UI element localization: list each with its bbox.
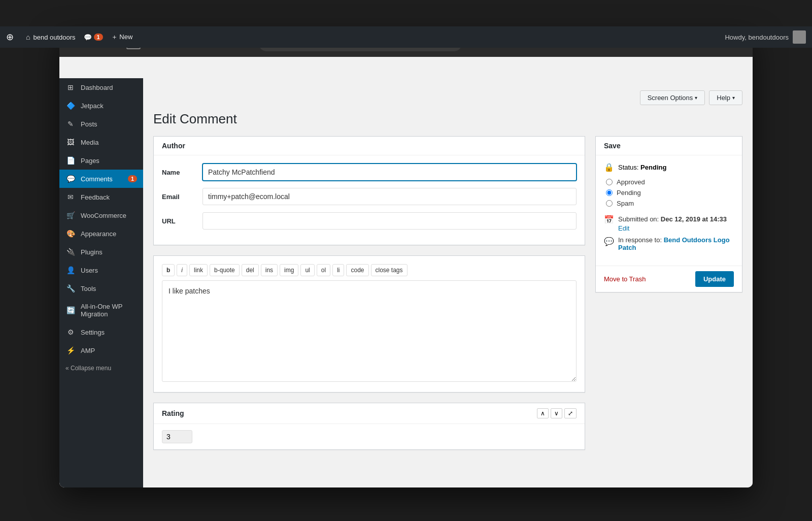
help-button[interactable]: Help ▾ [709,90,742,105]
comments-sidebar-badge: 1 [128,175,137,182]
migration-icon: 🔄 [65,306,76,314]
screen-options-chevron-icon: ▾ [695,95,697,101]
li-button[interactable]: li [332,264,344,276]
edit-date-link[interactable]: Edit [618,224,629,232]
pending-label: Pending [617,189,641,197]
comment-editor-box: b i link b-quote del ins img ul ol [153,255,585,393]
sidebar-item-settings[interactable]: ⚙ Settings [59,323,143,341]
spam-radio[interactable] [606,200,613,207]
move-to-trash-link[interactable]: Move to Trash [604,275,646,283]
sidebar-item-appearance[interactable]: 🎨 Appearance [59,224,143,243]
close-tags-button[interactable]: close tags [371,264,408,276]
sidebar-item-amp[interactable]: ⚡ AMP [59,341,143,360]
rating-down-button[interactable]: ∨ [551,408,562,418]
woocommerce-icon: 🛒 [65,211,76,219]
update-button[interactable]: Update [695,271,734,287]
rating-up-button[interactable]: ∧ [537,408,549,418]
plugins-icon: 🔌 [65,248,76,256]
approved-label: Approved [617,178,645,186]
sidebar-item-label: Settings [81,329,105,336]
pending-radio[interactable] [606,189,613,196]
sidebar-item-label: Posts [81,120,97,128]
url-input[interactable] [202,212,577,230]
status-value: Pending [640,164,666,171]
ol-button[interactable]: ol [317,264,330,276]
sidebar-item-label: Comments [81,175,113,183]
sidebar-item-allinone[interactable]: 🔄 All-in-One WP Migration [59,298,143,323]
link-button[interactable]: link [189,264,208,276]
sidebar-item-tools[interactable]: 🔧 Tools [59,279,143,298]
save-box-body: 🔒 Status: Pending [596,155,742,266]
side-column: Save 🔒 Status: Pending [595,136,742,450]
sidebar-item-jetpack[interactable]: 🔷 Jetpack [59,96,143,115]
sidebar-item-posts[interactable]: ✎ Posts [59,115,143,133]
comments-icon: 💬 [65,175,76,183]
comment-textarea[interactable]: I like patches [162,280,577,382]
response-info: In response to: Bend Outdoors Logo Patch [618,236,734,251]
email-input[interactable] [202,188,577,205]
author-box-header: Author [154,137,585,155]
sidebar-item-dashboard[interactable]: ⊞ Dashboard [59,78,143,96]
sidebar-item-label: Media [81,139,98,146]
bquote-button[interactable]: b-quote [210,264,240,276]
approved-option[interactable]: Approved [606,178,734,186]
spam-option[interactable]: Spam [606,200,734,207]
editor-toolbar: b i link b-quote del ins img ul ol [162,264,577,276]
lock-icon: 🔒 [604,162,614,172]
email-label: Email [162,193,202,201]
url-label: URL [162,217,202,225]
main-content: Screen Options ▾ Help ▾ Edit Comment [143,78,753,487]
email-row: Email [162,188,577,205]
sidebar-item-plugins[interactable]: 🔌 Plugins [59,243,143,261]
jetpack-icon: 🔷 [65,102,76,110]
screen-options-button[interactable]: Screen Options ▾ [640,90,705,105]
save-box-footer: Move to Trash Update [596,266,742,292]
sidebar-item-label: Users [81,267,98,274]
calendar-icon: 📅 [604,215,614,224]
name-row: Name [162,164,577,181]
bold-button[interactable]: b [162,264,175,276]
name-input[interactable] [202,164,577,181]
author-box: Author Name Email [153,136,585,245]
sidebar-item-label: AMP [81,347,95,354]
sidebar-item-label: All-in-One WP Migration [81,303,137,318]
pending-option[interactable]: Pending [606,189,734,197]
ins-button[interactable]: ins [261,264,278,276]
author-box-body: Name Email URL [154,155,585,245]
ul-button[interactable]: ul [300,264,314,276]
rating-header: Rating ∧ ∨ ⤢ [154,403,585,424]
save-box: Save 🔒 Status: Pending [595,136,742,292]
sidebar-item-users[interactable]: 👤 Users [59,261,143,279]
approved-radio[interactable] [606,179,613,185]
italic-button[interactable]: i [177,264,187,276]
main-column: Author Name Email [153,136,585,450]
rating-expand-button[interactable]: ⤢ [564,408,577,418]
status-label: Status: Pending [618,164,666,171]
rating-body: 1 2 3 4 5 [154,424,585,449]
sidebar-item-media[interactable]: 🖼 Media [59,133,143,151]
code-button[interactable]: code [346,264,368,276]
rating-select[interactable]: 1 2 3 4 5 [162,430,192,443]
sidebar-item-label: Plugins [81,248,103,256]
pages-icon: 📄 [65,156,76,165]
sidebar-item-pages[interactable]: 📄 Pages [59,151,143,170]
sidebar-item-comments[interactable]: 💬 Comments 1 [59,170,143,188]
response-comment-icon: 💬 [604,237,614,246]
sidebar-item-label: Pages [81,157,99,165]
rating-controls: ∧ ∨ ⤢ [537,408,577,418]
img-button[interactable]: img [280,264,298,276]
save-box-header: Save [596,137,742,155]
sidebar-item-woocommerce[interactable]: 🛒 WooCommerce [59,206,143,224]
collapse-menu[interactable]: « Collapse menu [59,360,143,377]
settings-icon: ⚙ [65,328,76,336]
page-title: Edit Comment [153,111,742,127]
appearance-icon: 🎨 [65,230,76,238]
sidebar-item-feedback[interactable]: ✉ Feedback [59,188,143,206]
sidebar-item-label: Feedback [81,193,110,201]
sidebar-item-label: Tools [81,285,96,292]
rating-title: Rating [162,409,184,417]
del-button[interactable]: del [242,264,259,276]
name-label: Name [162,169,202,176]
sidebar: ⊞ Dashboard 🔷 Jetpack ✎ Posts 🖼 Media [59,78,143,487]
amp-icon: ⚡ [65,346,76,354]
